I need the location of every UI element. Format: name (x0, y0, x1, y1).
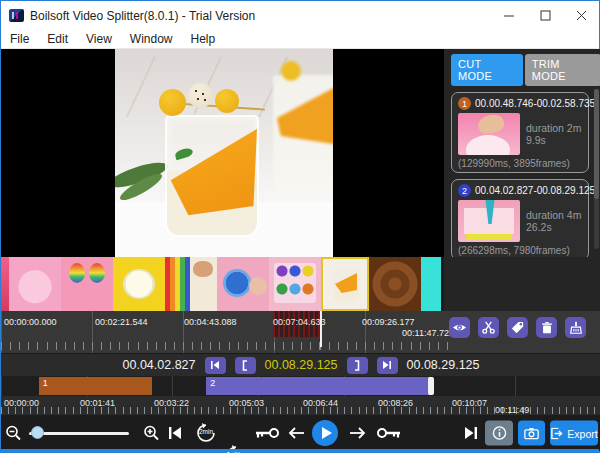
segment-end-time: 00.08.29.125 (407, 358, 480, 372)
overview-tick-label: 00:08:26 (378, 398, 413, 408)
goto-start-button[interactable] (205, 357, 226, 374)
snapshot-button[interactable] (518, 421, 545, 446)
segment-panel-lower (444, 257, 600, 311)
menu-help[interactable]: Help (182, 32, 225, 46)
minimize-button[interactable] (491, 1, 527, 30)
info-button[interactable] (485, 421, 513, 446)
cut-mode-button[interactable]: CUT MODE (451, 54, 523, 86)
edit-row: 00.04.02.827 00.08.29.125 00.08.29.125 (1, 353, 600, 376)
mango-dessert-glass (165, 115, 259, 237)
preview-button[interactable] (449, 317, 470, 338)
zoom-slider[interactable] (29, 432, 129, 435)
prev-keyframe-button[interactable] (255, 427, 279, 440)
playhead[interactable] (320, 311, 322, 347)
ruler-end-label: 00:11:47.721 (402, 328, 454, 338)
trim-mode-button[interactable]: TRIM MODE (525, 54, 600, 86)
overview-tick-label: 00:00:00 (4, 398, 39, 408)
overview-tick-label: 00:01:41 (80, 398, 115, 408)
split-button[interactable] (478, 317, 499, 338)
background-dessert-glass (273, 75, 333, 193)
thumbnail-milk-bowl[interactable] (113, 257, 165, 311)
export-button[interactable]: Export (550, 421, 598, 446)
set-begin-button[interactable] (235, 357, 256, 374)
export-label: Export (567, 427, 597, 439)
thumbnail-rainbow-cones[interactable] (61, 257, 113, 311)
bracket-close-icon (353, 360, 361, 371)
thumbnail-edge[interactable] (1, 257, 9, 311)
segment-panel: CUT MODE TRIM MODE 1 00.00.48.746-00.02.… (444, 49, 600, 257)
app-icon (9, 9, 24, 22)
tag-icon (510, 320, 525, 335)
step-back-button[interactable] (288, 427, 306, 439)
rewind-2min-label: 2min (195, 428, 217, 435)
thumbnail-blue-bowl[interactable] (217, 257, 269, 311)
segment-2-badge: 2 (458, 184, 471, 197)
menu-edit[interactable]: Edit (38, 32, 77, 46)
segment-1-details: (129990ms, 3895frames) (458, 158, 582, 169)
segment-2-range: 00.04.02.827-00.08.29.125 (475, 185, 595, 196)
segment-list-scrollbar[interactable] (594, 89, 599, 249)
thumbnail-pink-jelly[interactable] (9, 257, 61, 311)
ruler-tick-label: 00:09:26.177 (362, 317, 415, 327)
menu-window[interactable]: Window (121, 32, 182, 46)
delete-button[interactable] (536, 317, 557, 338)
goto-last-frame-button[interactable] (463, 425, 479, 441)
camera-icon (524, 427, 539, 439)
segment-card-2[interactable]: 2 00.04.02.827-00.08.29.125 duration 4m … (451, 179, 589, 260)
set-end-button[interactable] (347, 357, 368, 374)
overview-segment-1[interactable]: 1 (39, 377, 152, 395)
goto-end-button[interactable] (377, 357, 398, 374)
back-2min-button[interactable]: 2min (195, 422, 217, 444)
overview-tick-label: 00:10:07 (452, 398, 487, 408)
menu-view[interactable]: View (77, 32, 121, 46)
segment-overview-bar[interactable]: 1 2 (1, 376, 600, 396)
arrow-left-icon (288, 427, 306, 439)
current-position-time: 00.08.29.125 (265, 358, 338, 372)
video-frame-image (115, 49, 333, 257)
step-forward-button[interactable] (348, 427, 366, 439)
thumbnail-cyan[interactable] (421, 257, 441, 311)
export-icon (550, 427, 563, 439)
close-button[interactable] (563, 1, 599, 30)
key-right-icon (377, 427, 401, 440)
segment-start-time: 00.04.02.827 (123, 358, 196, 372)
thumbnail-popsicle-palette[interactable] (269, 257, 321, 311)
segment-1-badge: 1 (458, 97, 471, 110)
mango-ball-2 (215, 89, 239, 113)
overview-segment-2-label: 2 (210, 378, 215, 388)
bracket-open-icon (241, 360, 249, 371)
overview-segment-2[interactable]: 2 (206, 377, 433, 395)
ruler-tick-label: 00:02:21.544 (95, 317, 148, 327)
thumbnail-mango-glass-selected[interactable] (321, 257, 369, 311)
app-window: Boilsoft Video Splitter(8.0.1) - Trial V… (0, 0, 600, 453)
scissors-icon (481, 320, 496, 335)
segment-2-thumbnail (458, 200, 520, 242)
zoom-out-button[interactable] (5, 425, 22, 442)
ruler-strip: 00:00:00.000 00:02:21.544 00:04:43.088 0… (1, 311, 600, 353)
overview-end-label: 00:11:49 (495, 405, 529, 415)
goto-first-frame-button[interactable] (167, 425, 183, 441)
ruler-tick-label: 00:00:00.000 (4, 317, 57, 327)
segment-2-details: (266298ms, 7980frames) (458, 245, 582, 256)
maximize-button[interactable] (527, 1, 563, 30)
clear-button[interactable] (565, 317, 586, 338)
timeline-ruler[interactable]: 00:00:00.000 00:02:21.544 00:04:43.088 0… (1, 311, 456, 353)
ruler-tick-label: 00:04:43.088 (184, 317, 237, 327)
overview-ruler[interactable]: 00:00:00 00:01:41 00:03:22 00:05:03 00:0… (1, 396, 600, 415)
window-bottom-border (1, 449, 599, 452)
zoom-slider-handle[interactable] (31, 426, 44, 439)
segment-card-1[interactable]: 1 00.00.48.746-00.02.58.735 duration 2m … (451, 92, 589, 173)
thumbnail-chocolate-swirl[interactable] (369, 257, 421, 311)
mark-button[interactable] (507, 317, 528, 338)
overview-position-handle[interactable] (428, 377, 434, 395)
segment-1-thumbnail (458, 113, 520, 155)
timeline-thumbnail-strip[interactable] (1, 257, 444, 311)
segment-2-duration: duration 4m 26.2s (526, 209, 582, 233)
thumbnail-rainbow-cake[interactable] (165, 257, 217, 311)
menu-file[interactable]: File (1, 32, 38, 46)
zoom-in-button[interactable] (143, 425, 160, 442)
next-keyframe-button[interactable] (377, 427, 401, 440)
zoom-out-icon (5, 425, 22, 442)
scrollbar-thumb[interactable] (594, 89, 599, 199)
play-button[interactable] (312, 420, 338, 446)
